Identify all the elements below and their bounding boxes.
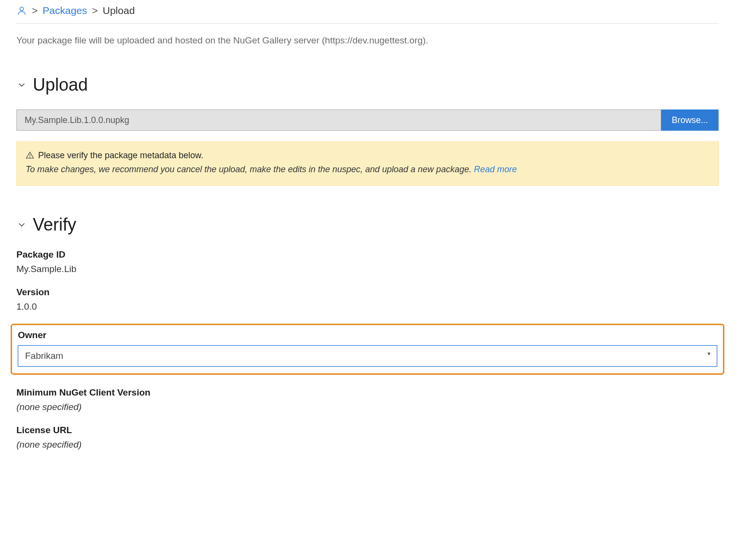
chevron-down-icon <box>16 80 27 90</box>
alert-line2-text: To make changes, we recommend you cancel… <box>26 164 474 174</box>
upload-heading: Upload <box>33 75 88 95</box>
selected-file-name: My.Sample.Lib.1.0.0.nupkg <box>16 109 661 131</box>
version-field: Version 1.0.0 <box>16 287 719 312</box>
warning-icon <box>26 151 34 160</box>
browse-button[interactable]: Browse... <box>661 109 719 131</box>
min-client-version-field: Minimum NuGet Client Version (none speci… <box>16 387 719 412</box>
version-label: Version <box>16 287 719 298</box>
svg-point-2 <box>30 157 30 158</box>
breadcrumb-separator: > <box>32 5 38 16</box>
license-url-field: License URL (none specified) <box>16 425 719 450</box>
breadcrumb: > Packages > Upload <box>16 5 719 24</box>
verify-heading: Verify <box>33 215 76 235</box>
owner-field: Owner Fabrikam <box>18 330 717 367</box>
license-url-label: License URL <box>16 425 719 436</box>
owner-select[interactable]: Fabrikam <box>18 345 717 367</box>
verify-section-toggle[interactable]: Verify <box>16 215 719 235</box>
breadcrumb-separator: > <box>92 5 98 16</box>
min-client-version-value: (none specified) <box>16 402 719 412</box>
chevron-down-icon <box>16 219 27 230</box>
upload-section-toggle[interactable]: Upload <box>16 75 719 95</box>
alert-readmore-link[interactable]: Read more <box>474 164 517 174</box>
min-client-version-label: Minimum NuGet Client Version <box>16 387 719 398</box>
owner-label: Owner <box>18 330 717 341</box>
verify-alert: Please verify the package metadata below… <box>16 141 719 186</box>
license-url-value: (none specified) <box>16 439 719 450</box>
owner-highlight: Owner Fabrikam <box>11 324 724 375</box>
user-icon[interactable] <box>16 5 27 16</box>
package-id-field: Package ID My.Sample.Lib <box>16 249 719 274</box>
package-id-label: Package ID <box>16 249 719 260</box>
alert-line1-text: Please verify the package metadata below… <box>38 149 203 163</box>
page-description: Your package file will be uploaded and h… <box>16 35 719 46</box>
version-value: 1.0.0 <box>16 301 719 312</box>
svg-point-0 <box>20 7 23 11</box>
file-input-row: My.Sample.Lib.1.0.0.nupkg Browse... <box>16 109 719 131</box>
package-id-value: My.Sample.Lib <box>16 264 719 274</box>
breadcrumb-packages-link[interactable]: Packages <box>42 5 87 16</box>
breadcrumb-current: Upload <box>103 5 135 16</box>
